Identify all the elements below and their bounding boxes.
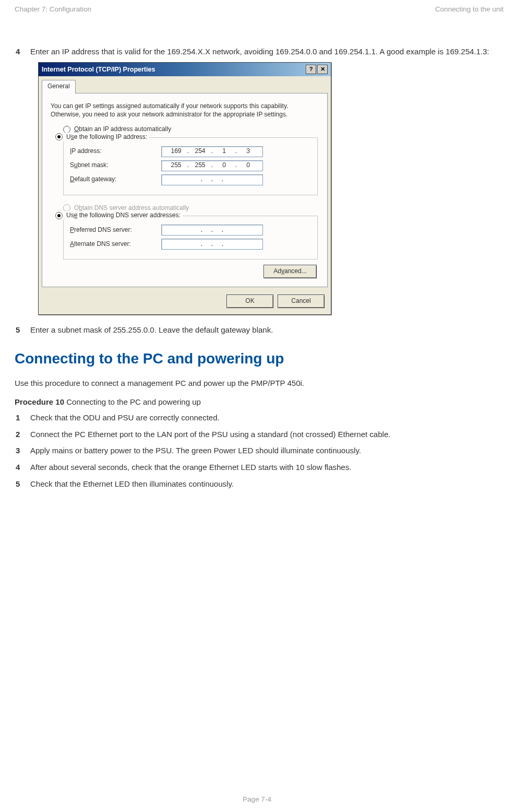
page-footer: Page 7-4 [0,794,514,805]
radio-icon [55,212,63,219]
procedure-label: Procedure 10 Connecting to the PC and po… [15,396,504,408]
step-text: Enter a subnet mask of 255.255.0.0. Leav… [30,324,504,336]
dialog-intro: You can get IP settings assigned automat… [51,102,319,119]
step-text: Enter an IP address that is valid for th… [30,46,504,57]
step-number: 4 [15,46,30,57]
radio-label: Use the following IP address: [66,133,147,142]
tcpip-properties-dialog: Internet Protocol (TCP/IP) Properties ? … [38,62,331,315]
close-button[interactable]: ✕ [317,65,328,74]
step-a-4: 4 Enter an IP address that is valid for … [15,46,504,57]
help-button[interactable]: ? [306,65,316,74]
radio-use-ip[interactable]: Use the following IP address: [53,133,149,142]
section-lead: Use this procedure to connect a manageme… [15,378,504,389]
subnet-mask-field[interactable]: 255. 255. 0. 0 [161,160,263,171]
ip-address-field[interactable]: 169. 254. 1. 3 [161,146,263,157]
radio-use-dns[interactable]: Use the following DNS server addresses: [53,211,183,220]
label-subnet: Subnet mask: [70,161,161,170]
procedure-step: 5Check that the Ethernet LED then illumi… [15,478,504,490]
label-alt-dns: Alternate DNS server: [70,240,161,249]
alternate-dns-field[interactable]: . . . [161,239,263,250]
step-text: After about several seconds, check that … [30,462,504,473]
header-right: Connecting to the unit [435,4,504,15]
header-left: Chapter 7: Configuration [15,4,91,15]
step-number: 3 [15,445,30,456]
dialog-titlebar[interactable]: Internet Protocol (TCP/IP) Properties ? … [39,63,331,76]
step-number: 5 [15,324,30,336]
step-text: Apply mains or battery power to the PSU.… [30,445,504,456]
radio-icon [55,133,63,140]
procedure-step: 2Connect the PC Ethernet port to the LAN… [15,429,504,440]
advanced-button[interactable]: Advanced... [264,265,317,278]
step-number: 1 [15,412,30,423]
step-number: 4 [15,462,30,473]
section-heading: Connecting to the PC and powering up [15,348,504,370]
preferred-dns-field[interactable]: . . . [161,225,263,236]
radio-label: Use the following DNS server addresses: [66,211,181,220]
step-text: Check that the Ethernet LED then illumin… [30,478,504,490]
label-ip-address: IP address: [70,147,161,156]
label-pref-dns: Preferred DNS server: [70,226,161,234]
default-gateway-field[interactable]: . . . [161,174,263,185]
label-gateway: Default gateway: [70,175,161,184]
step-number: 2 [15,429,30,440]
tab-general[interactable]: General [42,80,76,93]
procedure-step: 4After about several seconds, check that… [15,462,504,473]
ok-button[interactable]: OK [226,295,273,308]
procedure-step: 1Check that the ODU and PSU are correctl… [15,412,504,423]
cancel-button[interactable]: Cancel [278,295,325,308]
dialog-title: Internet Protocol (TCP/IP) Properties [42,65,155,74]
step-number: 5 [15,478,30,490]
step-a-5: 5 Enter a subnet mask of 255.255.0.0. Le… [15,324,504,336]
step-text: Connect the PC Ethernet port to the LAN … [30,429,504,440]
step-text: Check that the ODU and PSU are correctly… [30,412,504,423]
procedure-step: 3Apply mains or battery power to the PSU… [15,445,504,456]
